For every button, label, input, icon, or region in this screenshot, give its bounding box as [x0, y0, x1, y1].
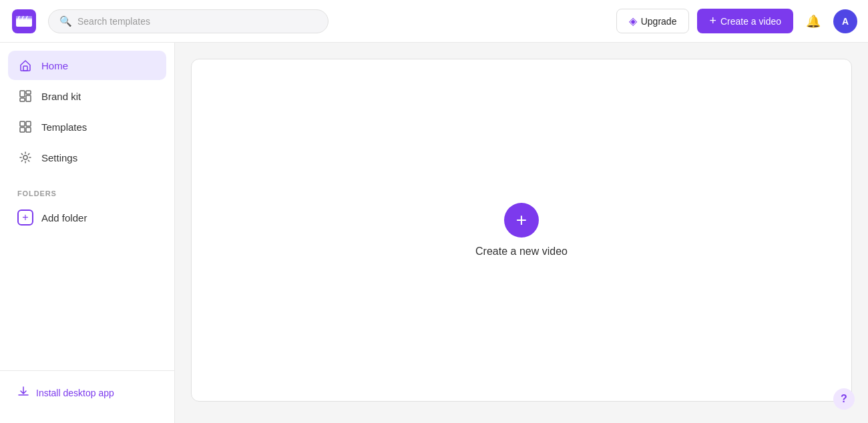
search-input[interactable] [77, 16, 317, 27]
diamond-icon: ◈ [629, 15, 637, 27]
download-icon [17, 386, 29, 400]
plus-circle-icon: + [516, 209, 527, 231]
upgrade-button[interactable]: ◈ Upgrade [616, 9, 690, 33]
header: 🔍 ◈ Upgrade + Create a video 🔔 A [0, 0, 868, 43]
app-logo [11, 8, 37, 35]
sidebar-brand-label: Brand kit [41, 91, 81, 102]
add-folder-label: Add folder [41, 212, 87, 224]
svg-rect-8 [20, 91, 25, 97]
svg-rect-11 [20, 98, 25, 101]
add-folder-item[interactable]: + Add folder [8, 203, 166, 232]
sidebar-settings-label: Settings [41, 152, 77, 163]
create-video-button[interactable]: + Create a video [697, 9, 793, 33]
sidebar-templates-label: Templates [41, 121, 87, 133]
install-label: Install desktop app [36, 388, 114, 398]
sidebar-bottom: Install desktop app [0, 370, 174, 415]
plus-folder-icon: + [17, 209, 33, 226]
sidebar-item-settings[interactable]: Settings [8, 143, 166, 172]
svg-rect-15 [26, 127, 31, 132]
create-new-video-label: Create a new video [475, 246, 568, 258]
brand-icon [17, 88, 33, 104]
install-app-item[interactable]: Install desktop app [8, 379, 166, 407]
sidebar-item-templates[interactable]: Templates [8, 112, 166, 141]
notification-button[interactable]: 🔔 [801, 9, 825, 33]
bell-icon: 🔔 [806, 14, 821, 29]
svg-rect-13 [26, 121, 31, 126]
search-icon: 🔍 [59, 15, 72, 27]
svg-rect-7 [23, 66, 27, 71]
svg-point-16 [23, 155, 27, 159]
avatar[interactable]: A [833, 9, 857, 33]
svg-rect-10 [26, 95, 31, 101]
help-button[interactable]: ? [833, 388, 855, 410]
create-new-video-button[interactable]: + [504, 203, 539, 238]
body: Home Brand kit [0, 43, 868, 423]
sidebar: Home Brand kit [0, 43, 175, 423]
help-icon: ? [841, 393, 847, 405]
folders-section: FOLDERS + Add folder [0, 189, 174, 232]
svg-rect-12 [20, 121, 25, 126]
sidebar-home-label: Home [41, 60, 68, 71]
search-bar[interactable]: 🔍 [48, 9, 329, 33]
avatar-initial: A [842, 16, 849, 27]
sidebar-nav: Home Brand kit [0, 51, 174, 173]
templates-icon [17, 119, 33, 135]
main-content: + Create a new video [175, 43, 868, 423]
plus-icon: + [709, 14, 716, 28]
sidebar-item-brand-kit[interactable]: Brand kit [8, 81, 166, 111]
upgrade-label: Upgrade [641, 16, 677, 27]
home-icon [17, 57, 33, 73]
svg-rect-9 [26, 91, 31, 94]
content-card: + Create a new video [191, 59, 852, 402]
sidebar-item-home[interactable]: Home [8, 51, 166, 80]
settings-icon [17, 149, 33, 165]
svg-rect-14 [20, 127, 25, 132]
header-left: 🔍 [11, 8, 329, 35]
header-right: ◈ Upgrade + Create a video 🔔 A [616, 9, 857, 33]
create-label: Create a video [720, 16, 781, 27]
folders-label: FOLDERS [8, 189, 166, 197]
